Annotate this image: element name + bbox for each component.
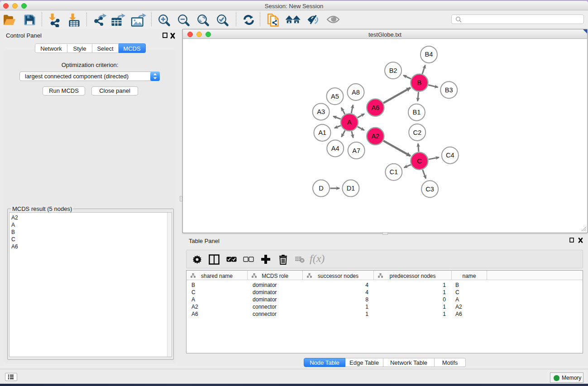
svg-text:C1: C1 [390, 168, 398, 176]
svg-text:A1: A1 [318, 129, 326, 136]
svg-text:B1: B1 [413, 109, 421, 116]
svg-text:C4: C4 [446, 152, 454, 159]
svg-text:B2: B2 [389, 67, 397, 74]
svg-text:A5: A5 [331, 93, 339, 100]
svg-text:A3: A3 [317, 108, 325, 115]
svg-text:A: A [347, 119, 352, 126]
svg-text:A7: A7 [352, 147, 360, 154]
svg-text:A2: A2 [371, 133, 379, 140]
svg-text:A4: A4 [331, 145, 339, 152]
svg-text:B: B [417, 79, 422, 86]
svg-text:C: C [417, 157, 421, 165]
svg-text:A6: A6 [371, 104, 379, 111]
svg-text:A8: A8 [352, 89, 360, 96]
svg-text:D1: D1 [347, 185, 355, 192]
svg-text:C2: C2 [413, 129, 421, 136]
svg-text:B3: B3 [445, 86, 453, 94]
svg-text:C3: C3 [425, 186, 434, 193]
svg-text:D: D [319, 185, 323, 192]
svg-text:B4: B4 [425, 51, 433, 58]
